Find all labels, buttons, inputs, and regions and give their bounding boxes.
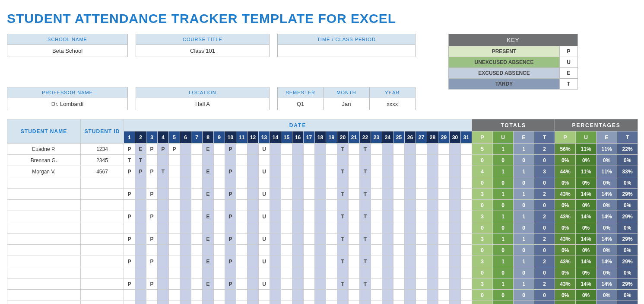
student-id-cell[interactable] [81,177,124,189]
day-cell[interactable] [382,155,393,166]
day-cell[interactable] [236,200,247,211]
day-cell[interactable]: T [124,155,135,166]
day-cell[interactable] [315,234,326,245]
day-cell[interactable] [427,222,438,234]
course-value[interactable]: Class 101 [136,45,269,57]
day-cell[interactable] [124,267,135,278]
day-cell[interactable] [191,301,203,304]
day-cell[interactable] [349,256,360,267]
day-cell[interactable] [304,166,315,177]
day-cell[interactable]: E [203,144,214,155]
day-cell[interactable] [180,278,191,290]
student-id-cell[interactable]: 4567 [81,166,124,177]
day-cell[interactable] [203,267,214,278]
student-id-cell[interactable] [81,278,124,290]
day-cell[interactable] [315,301,326,304]
student-id-cell[interactable] [81,267,124,278]
day-cell[interactable] [225,177,236,189]
day-cell[interactable] [180,256,191,267]
day-cell[interactable] [326,200,337,211]
day-cell[interactable] [158,278,169,290]
day-cell[interactable] [349,155,360,166]
day-cell[interactable] [371,166,382,177]
day-cell[interactable] [461,301,472,304]
day-cell[interactable] [371,155,382,166]
day-cell[interactable] [281,211,292,222]
day-cell[interactable]: U [259,189,270,200]
day-cell[interactable] [135,200,146,211]
day-cell[interactable] [225,155,236,166]
day-cell[interactable]: P [225,256,236,267]
day-cell[interactable] [270,177,281,189]
day-cell[interactable] [360,290,371,301]
day-cell[interactable] [191,200,203,211]
day-cell[interactable] [382,301,393,304]
day-cell[interactable] [270,200,281,211]
day-cell[interactable]: P [124,301,135,304]
day-cell[interactable]: E [203,211,214,222]
day-cell[interactable] [259,245,270,256]
day-cell[interactable] [236,211,247,222]
day-cell[interactable] [304,222,315,234]
day-cell[interactable] [247,301,259,304]
day-cell[interactable] [304,177,315,189]
day-cell[interactable] [393,189,405,200]
day-cell[interactable] [405,166,416,177]
day-cell[interactable] [326,222,337,234]
day-cell[interactable] [461,278,472,290]
day-cell[interactable] [169,267,180,278]
day-cell[interactable] [169,189,180,200]
day-cell[interactable] [270,301,281,304]
day-cell[interactable] [146,290,158,301]
day-cell[interactable] [349,245,360,256]
day-cell[interactable] [450,256,461,267]
day-cell[interactable] [405,234,416,245]
day-cell[interactable] [191,144,203,155]
day-cell[interactable] [304,189,315,200]
day-cell[interactable] [349,166,360,177]
day-cell[interactable] [304,155,315,166]
day-cell[interactable] [450,301,461,304]
day-cell[interactable] [214,290,225,301]
day-cell[interactable]: P [124,278,135,290]
day-cell[interactable] [292,211,304,222]
day-cell[interactable] [416,256,427,267]
day-cell[interactable] [315,200,326,211]
day-cell[interactable] [461,189,472,200]
day-cell[interactable] [180,234,191,245]
day-cell[interactable] [270,166,281,177]
day-cell[interactable] [382,211,393,222]
day-cell[interactable] [416,155,427,166]
day-cell[interactable] [326,177,337,189]
day-cell[interactable]: P [146,278,158,290]
day-cell[interactable] [236,155,247,166]
day-cell[interactable] [292,267,304,278]
day-cell[interactable] [169,177,180,189]
day-cell[interactable] [135,267,146,278]
day-cell[interactable] [236,290,247,301]
day-cell[interactable] [158,245,169,256]
day-cell[interactable] [315,211,326,222]
student-id-cell[interactable] [81,290,124,301]
day-cell[interactable] [247,189,259,200]
day-cell[interactable] [427,200,438,211]
day-cell[interactable] [225,200,236,211]
day-cell[interactable] [405,278,416,290]
day-cell[interactable] [191,177,203,189]
day-cell[interactable] [450,290,461,301]
day-cell[interactable] [169,278,180,290]
day-cell[interactable] [236,234,247,245]
day-cell[interactable] [281,200,292,211]
day-cell[interactable] [191,166,203,177]
day-cell[interactable] [304,290,315,301]
day-cell[interactable] [450,177,461,189]
day-cell[interactable] [247,278,259,290]
day-cell[interactable] [438,166,450,177]
day-cell[interactable] [203,245,214,256]
day-cell[interactable] [158,155,169,166]
day-cell[interactable]: T [337,144,349,155]
day-cell[interactable] [405,211,416,222]
day-cell[interactable] [360,177,371,189]
day-cell[interactable]: P [124,234,135,245]
day-cell[interactable] [461,290,472,301]
